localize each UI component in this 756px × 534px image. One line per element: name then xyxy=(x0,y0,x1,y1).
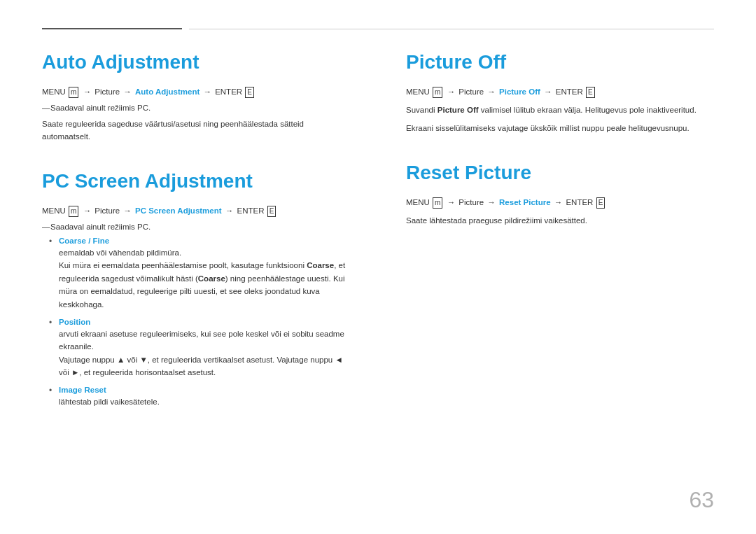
position-text2: Vajutage nuppu ▲ või ▼, et reguleerida v… xyxy=(59,356,343,377)
position-label: Position xyxy=(59,318,350,326)
arrow2: → xyxy=(123,87,134,96)
enter-icon: E xyxy=(245,87,254,98)
arrow3: → xyxy=(203,87,214,96)
pc-screen-adjustment-section: PC Screen Adjustment MENU m → Picture → … xyxy=(42,169,350,409)
reset-picture-menu-path: MENU m → Picture → Reset Picture → ENTER… xyxy=(406,197,714,209)
menu-icon: m xyxy=(69,87,78,98)
position-text1: arvuti ekraani asetuse reguleerimiseks, … xyxy=(59,330,344,351)
left-column: Auto Adjustment MENU m → Picture → Auto … xyxy=(42,50,378,416)
bullet-image-reset: Image Reset lähtestab pildi vaikesätetel… xyxy=(49,386,350,408)
menu-icon: m xyxy=(69,206,78,217)
picture-off-menu-path: MENU m → Picture → Picture Off → ENTER E xyxy=(406,87,714,98)
picture-off-body2: Ekraani sisselülitamiseks vajutage ükskõ… xyxy=(406,122,714,134)
reset-picture-body: Saate lähtestada praeguse pildirežiimi v… xyxy=(406,214,714,227)
page-container: Auto Adjustment MENU m → Picture → Auto … xyxy=(0,0,756,534)
coarse-fine-text2: Kui müra ei eemaldata peenhäälestamise p… xyxy=(59,261,345,308)
pc-screen-adjustment-title: PC Screen Adjustment xyxy=(42,169,350,193)
reset-picture-section: Reset Picture MENU m → Picture → Reset P… xyxy=(406,161,714,227)
menu-icon: m xyxy=(433,197,442,209)
pc-screen-adjustment-menu-path: MENU m → Picture → PC Screen Adjustment … xyxy=(42,206,350,217)
enter-icon: E xyxy=(586,87,595,98)
picture-off-body1: Suvandi Picture Off valimisel lülitub ek… xyxy=(406,104,714,116)
enter-label: ENTER xyxy=(215,87,242,96)
page-number: 63 xyxy=(689,487,714,513)
bullet-position: Position arvuti ekraani asetuse reguleer… xyxy=(49,318,350,379)
picture-off-title: Picture Off xyxy=(406,50,714,74)
menu-prefix: MENU xyxy=(42,87,66,96)
pc-screen-note: Saadaval ainult režiimis PC. xyxy=(42,223,350,231)
picture-label: Picture xyxy=(94,87,120,96)
auto-adjustment-menu-path: MENU m → Picture → Auto Adjustment → ENT… xyxy=(42,87,350,98)
image-reset-text1: lähtestab pildi vaikesätetele. xyxy=(59,398,160,406)
content-columns: Auto Adjustment MENU m → Picture → Auto … xyxy=(42,50,714,416)
auto-adjustment-title: Auto Adjustment xyxy=(42,50,350,74)
enter-icon: E xyxy=(267,206,276,217)
top-rule-right xyxy=(189,29,714,29)
auto-adjustment-section: Auto Adjustment MENU m → Picture → Auto … xyxy=(42,50,350,143)
reset-picture-title: Reset Picture xyxy=(406,161,714,185)
right-column: Picture Off MENU m → Picture → Picture O… xyxy=(378,50,714,416)
top-rules xyxy=(42,28,714,29)
auto-adjustment-body: Saate reguleerida sageduse väärtusi/aset… xyxy=(42,118,350,143)
menu-prefix: MENU xyxy=(42,206,66,215)
auto-adjustment-note: Saadaval ainult režiimis PC. xyxy=(42,104,350,112)
image-reset-label: Image Reset xyxy=(59,386,350,394)
top-rule-left xyxy=(42,28,182,29)
menu-icon: m xyxy=(433,87,442,98)
enter-icon: E xyxy=(596,197,606,209)
menu-item: Auto Adjustment xyxy=(135,87,200,96)
arrow1: → xyxy=(83,87,94,96)
pc-screen-bullets: Coarse / Fine eemaldab või vähendab pild… xyxy=(49,237,350,409)
picture-off-section: Picture Off MENU m → Picture → Picture O… xyxy=(406,50,714,134)
coarse-fine-text1: eemaldab või vähendab pildimüra. xyxy=(59,248,181,257)
bullet-coarse-fine: Coarse / Fine eemaldab või vähendab pild… xyxy=(49,237,350,311)
coarse-fine-label: Coarse / Fine xyxy=(59,237,350,245)
